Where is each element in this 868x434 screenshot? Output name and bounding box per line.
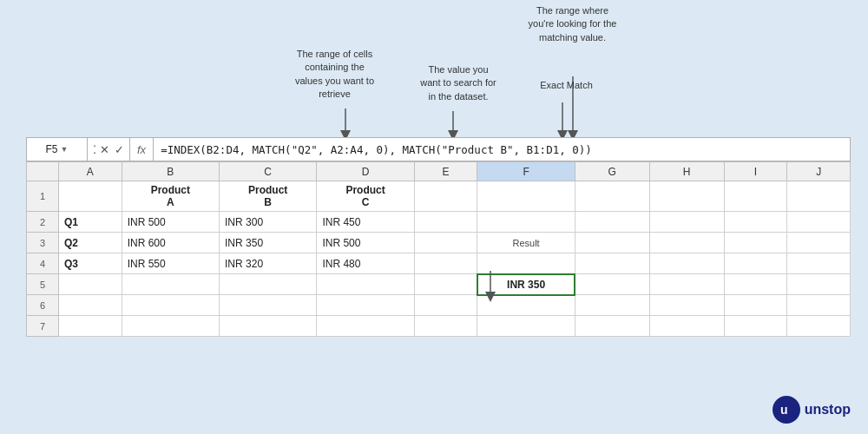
cell-d4[interactable]: INR 480 — [317, 253, 414, 274]
unstop-label: unstop — [805, 402, 851, 418]
formula-content[interactable]: =INDEX(B2:D4, MATCH("Q2", A2:A4, 0), MAT… — [154, 143, 599, 156]
cell-i3[interactable] — [724, 233, 787, 253]
cell-e2[interactable] — [414, 212, 477, 233]
cell-c7[interactable] — [220, 316, 317, 337]
colon-icon: ⁚ — [93, 143, 96, 156]
row-num-3: 3 — [27, 233, 59, 253]
confirm-icon[interactable]: ✓ — [115, 143, 124, 156]
cell-i6[interactable] — [724, 295, 787, 316]
cell-c3[interactable]: INR 350 — [220, 233, 317, 253]
cell-h4[interactable] — [649, 253, 724, 274]
cell-i5[interactable] — [724, 274, 787, 295]
cell-h1[interactable] — [649, 181, 724, 212]
cell-d6[interactable] — [317, 295, 414, 316]
col-header-d[interactable]: D — [317, 162, 414, 181]
cell-a3[interactable]: Q2 — [59, 233, 122, 253]
table-row: 1 ProductA ProductB ProductC — [27, 181, 851, 212]
cell-g2[interactable] — [575, 212, 649, 233]
cell-f6[interactable] — [477, 295, 575, 316]
cell-c4[interactable]: INR 320 — [220, 253, 317, 274]
cell-j4[interactable] — [787, 253, 851, 274]
cell-b7[interactable] — [122, 316, 219, 337]
cell-g1[interactable] — [575, 181, 649, 212]
cell-g3[interactable] — [575, 233, 649, 253]
col-header-c[interactable]: C — [220, 162, 317, 181]
cell-b1[interactable]: ProductA — [122, 181, 219, 212]
cell-h7[interactable] — [649, 316, 724, 337]
cell-b2[interactable]: INR 500 — [122, 212, 219, 233]
cell-g7[interactable] — [575, 316, 649, 337]
unstop-icon: u — [773, 396, 800, 424]
col-header-f[interactable]: F — [477, 162, 575, 181]
cell-f5[interactable]: INR 350 — [477, 274, 575, 295]
col-header-i[interactable]: I — [724, 162, 787, 181]
cell-e1[interactable] — [414, 181, 477, 212]
cell-i2[interactable] — [724, 212, 787, 233]
col-header-h[interactable]: H — [649, 162, 724, 181]
cell-b6[interactable] — [122, 295, 219, 316]
cell-h6[interactable] — [649, 295, 724, 316]
table-row: 5 INR 350 — [27, 274, 851, 295]
cell-i7[interactable] — [724, 316, 787, 337]
col-header-b[interactable]: B — [122, 162, 219, 181]
cell-j3[interactable] — [787, 233, 851, 253]
cell-i4[interactable] — [724, 253, 787, 274]
spreadsheet: A B C D E F G H I J 1 ProductA ProductB … — [26, 161, 851, 417]
cell-c2[interactable]: INR 300 — [220, 212, 317, 233]
cell-j1[interactable] — [787, 181, 851, 212]
cell-h2[interactable] — [649, 212, 724, 233]
cell-a1[interactable] — [59, 181, 122, 212]
cell-b3[interactable]: INR 600 — [122, 233, 219, 253]
cell-f3[interactable]: Result — [477, 233, 575, 253]
cell-d7[interactable] — [317, 316, 414, 337]
col-header-g[interactable]: G — [575, 162, 649, 181]
cell-c5[interactable] — [220, 274, 317, 295]
cell-i1[interactable] — [724, 181, 787, 212]
table-row: 2 Q1 INR 500 INR 300 INR 450 — [27, 212, 851, 233]
cell-a6[interactable] — [59, 295, 122, 316]
cell-e7[interactable] — [414, 316, 477, 337]
cell-e6[interactable] — [414, 295, 477, 316]
col-header-a[interactable]: A — [59, 162, 122, 181]
cell-c1[interactable]: ProductB — [220, 181, 317, 212]
cell-a2[interactable]: Q1 — [59, 212, 122, 233]
cell-d2[interactable]: INR 450 — [317, 212, 414, 233]
table-row: 3 Q2 INR 600 INR 350 INR 500 Result — [27, 233, 851, 253]
cell-e3[interactable] — [414, 233, 477, 253]
cell-e4[interactable] — [414, 253, 477, 274]
cell-d3[interactable]: INR 500 — [317, 233, 414, 253]
cell-d5[interactable] — [317, 274, 414, 295]
col-header-j[interactable]: J — [787, 162, 851, 181]
table-row: 6 — [27, 295, 851, 316]
cell-a5[interactable] — [59, 274, 122, 295]
cell-j7[interactable] — [787, 316, 851, 337]
dropdown-icon[interactable]: ▼ — [61, 145, 69, 154]
cell-f2[interactable] — [477, 212, 575, 233]
cell-f7[interactable] — [477, 316, 575, 337]
cell-h3[interactable] — [649, 233, 724, 253]
table-row: 4 Q3 INR 550 INR 320 INR 480 — [27, 253, 851, 274]
cell-c6[interactable] — [220, 295, 317, 316]
cell-f4[interactable] — [477, 253, 575, 274]
cell-g4[interactable] — [575, 253, 649, 274]
cell-e5[interactable] — [414, 274, 477, 295]
cell-d1[interactable]: ProductC — [317, 181, 414, 212]
cell-j2[interactable] — [787, 212, 851, 233]
cell-b5[interactable] — [122, 274, 219, 295]
cell-b4[interactable]: INR 550 — [122, 253, 219, 274]
corner-header — [27, 162, 59, 181]
cell-g6[interactable] — [575, 295, 649, 316]
cell-h5[interactable] — [649, 274, 724, 295]
cell-reference[interactable]: F5 ▼ — [27, 138, 88, 161]
col-header-e[interactable]: E — [414, 162, 477, 181]
cell-a7[interactable] — [59, 316, 122, 337]
cell-f1[interactable] — [477, 181, 575, 212]
cell-j6[interactable] — [787, 295, 851, 316]
cell-j5[interactable] — [787, 274, 851, 295]
row-num-5: 5 — [27, 274, 59, 295]
unstop-logo: u unstop — [773, 396, 851, 424]
cancel-icon[interactable]: ✕ — [100, 143, 109, 156]
spreadsheet-table: A B C D E F G H I J 1 ProductA ProductB … — [26, 161, 851, 337]
cell-a4[interactable]: Q3 — [59, 253, 122, 274]
cell-g5[interactable] — [575, 274, 649, 295]
